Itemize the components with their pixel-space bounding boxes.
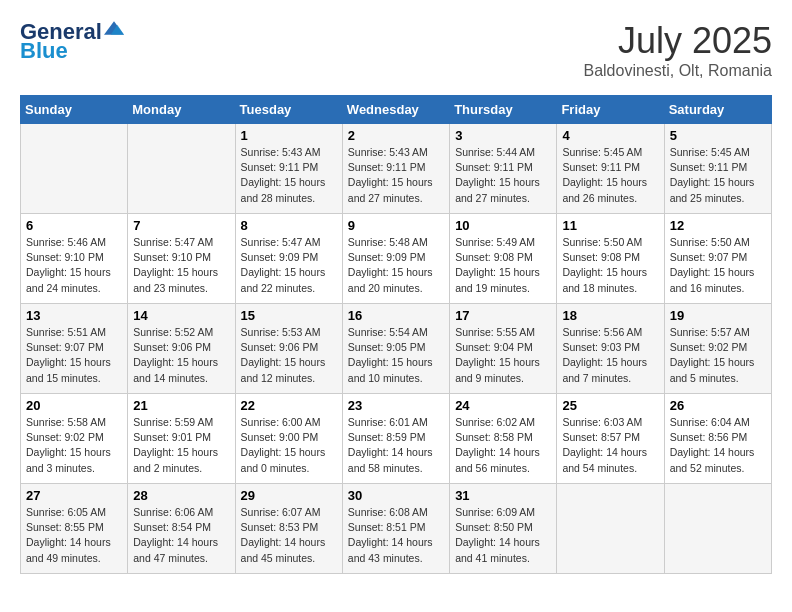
day-info: Sunrise: 5:44 AM Sunset: 9:11 PM Dayligh… (455, 145, 551, 206)
day-number: 8 (241, 218, 337, 233)
calendar-cell: 17Sunrise: 5:55 AM Sunset: 9:04 PM Dayli… (450, 304, 557, 394)
calendar-cell (21, 124, 128, 214)
calendar-cell: 2Sunrise: 5:43 AM Sunset: 9:11 PM Daylig… (342, 124, 449, 214)
day-info: Sunrise: 6:05 AM Sunset: 8:55 PM Dayligh… (26, 505, 122, 566)
day-info: Sunrise: 5:43 AM Sunset: 9:11 PM Dayligh… (241, 145, 337, 206)
month-year: July 2025 (583, 20, 772, 62)
day-number: 4 (562, 128, 658, 143)
calendar-cell (128, 124, 235, 214)
day-number: 14 (133, 308, 229, 323)
location: Baldovinesti, Olt, Romania (583, 62, 772, 80)
calendar-cell: 10Sunrise: 5:49 AM Sunset: 9:08 PM Dayli… (450, 214, 557, 304)
calendar-week-row: 27Sunrise: 6:05 AM Sunset: 8:55 PM Dayli… (21, 484, 772, 574)
calendar-week-row: 20Sunrise: 5:58 AM Sunset: 9:02 PM Dayli… (21, 394, 772, 484)
page-header: General Blue July 2025 Baldovinesti, Olt… (20, 20, 772, 80)
day-info: Sunrise: 5:43 AM Sunset: 9:11 PM Dayligh… (348, 145, 444, 206)
calendar-cell: 28Sunrise: 6:06 AM Sunset: 8:54 PM Dayli… (128, 484, 235, 574)
day-number: 12 (670, 218, 766, 233)
calendar-cell: 9Sunrise: 5:48 AM Sunset: 9:09 PM Daylig… (342, 214, 449, 304)
weekday-header: Tuesday (235, 96, 342, 124)
day-info: Sunrise: 5:51 AM Sunset: 9:07 PM Dayligh… (26, 325, 122, 386)
day-number: 7 (133, 218, 229, 233)
day-info: Sunrise: 6:03 AM Sunset: 8:57 PM Dayligh… (562, 415, 658, 476)
calendar-cell: 19Sunrise: 5:57 AM Sunset: 9:02 PM Dayli… (664, 304, 771, 394)
day-info: Sunrise: 5:56 AM Sunset: 9:03 PM Dayligh… (562, 325, 658, 386)
day-info: Sunrise: 5:59 AM Sunset: 9:01 PM Dayligh… (133, 415, 229, 476)
calendar-cell: 8Sunrise: 5:47 AM Sunset: 9:09 PM Daylig… (235, 214, 342, 304)
day-info: Sunrise: 6:06 AM Sunset: 8:54 PM Dayligh… (133, 505, 229, 566)
day-number: 24 (455, 398, 551, 413)
calendar-cell: 15Sunrise: 5:53 AM Sunset: 9:06 PM Dayli… (235, 304, 342, 394)
day-number: 25 (562, 398, 658, 413)
calendar-cell: 21Sunrise: 5:59 AM Sunset: 9:01 PM Dayli… (128, 394, 235, 484)
day-info: Sunrise: 6:00 AM Sunset: 9:00 PM Dayligh… (241, 415, 337, 476)
calendar-cell: 23Sunrise: 6:01 AM Sunset: 8:59 PM Dayli… (342, 394, 449, 484)
calendar-table: SundayMondayTuesdayWednesdayThursdayFrid… (20, 95, 772, 574)
day-info: Sunrise: 5:47 AM Sunset: 9:09 PM Dayligh… (241, 235, 337, 296)
calendar-cell: 1Sunrise: 5:43 AM Sunset: 9:11 PM Daylig… (235, 124, 342, 214)
day-info: Sunrise: 5:45 AM Sunset: 9:11 PM Dayligh… (670, 145, 766, 206)
day-info: Sunrise: 5:55 AM Sunset: 9:04 PM Dayligh… (455, 325, 551, 386)
calendar-cell: 31Sunrise: 6:09 AM Sunset: 8:50 PM Dayli… (450, 484, 557, 574)
title-block: July 2025 Baldovinesti, Olt, Romania (583, 20, 772, 80)
day-number: 31 (455, 488, 551, 503)
calendar-cell: 3Sunrise: 5:44 AM Sunset: 9:11 PM Daylig… (450, 124, 557, 214)
day-info: Sunrise: 5:47 AM Sunset: 9:10 PM Dayligh… (133, 235, 229, 296)
day-info: Sunrise: 5:58 AM Sunset: 9:02 PM Dayligh… (26, 415, 122, 476)
day-info: Sunrise: 6:09 AM Sunset: 8:50 PM Dayligh… (455, 505, 551, 566)
day-number: 18 (562, 308, 658, 323)
calendar-cell: 26Sunrise: 6:04 AM Sunset: 8:56 PM Dayli… (664, 394, 771, 484)
day-number: 29 (241, 488, 337, 503)
calendar-week-row: 6Sunrise: 5:46 AM Sunset: 9:10 PM Daylig… (21, 214, 772, 304)
day-number: 1 (241, 128, 337, 143)
calendar-week-row: 13Sunrise: 5:51 AM Sunset: 9:07 PM Dayli… (21, 304, 772, 394)
calendar-cell: 30Sunrise: 6:08 AM Sunset: 8:51 PM Dayli… (342, 484, 449, 574)
day-number: 2 (348, 128, 444, 143)
weekday-header: Sunday (21, 96, 128, 124)
weekday-header: Friday (557, 96, 664, 124)
calendar-week-row: 1Sunrise: 5:43 AM Sunset: 9:11 PM Daylig… (21, 124, 772, 214)
day-number: 21 (133, 398, 229, 413)
calendar-cell: 11Sunrise: 5:50 AM Sunset: 9:08 PM Dayli… (557, 214, 664, 304)
day-info: Sunrise: 5:50 AM Sunset: 9:08 PM Dayligh… (562, 235, 658, 296)
calendar-cell: 29Sunrise: 6:07 AM Sunset: 8:53 PM Dayli… (235, 484, 342, 574)
calendar-cell: 6Sunrise: 5:46 AM Sunset: 9:10 PM Daylig… (21, 214, 128, 304)
day-number: 27 (26, 488, 122, 503)
weekday-header: Wednesday (342, 96, 449, 124)
day-number: 10 (455, 218, 551, 233)
day-number: 30 (348, 488, 444, 503)
day-info: Sunrise: 5:57 AM Sunset: 9:02 PM Dayligh… (670, 325, 766, 386)
day-number: 20 (26, 398, 122, 413)
day-info: Sunrise: 5:52 AM Sunset: 9:06 PM Dayligh… (133, 325, 229, 386)
day-info: Sunrise: 5:53 AM Sunset: 9:06 PM Dayligh… (241, 325, 337, 386)
day-info: Sunrise: 5:50 AM Sunset: 9:07 PM Dayligh… (670, 235, 766, 296)
calendar-cell: 25Sunrise: 6:03 AM Sunset: 8:57 PM Dayli… (557, 394, 664, 484)
logo: General Blue (20, 20, 124, 64)
calendar-cell: 18Sunrise: 5:56 AM Sunset: 9:03 PM Dayli… (557, 304, 664, 394)
day-info: Sunrise: 6:08 AM Sunset: 8:51 PM Dayligh… (348, 505, 444, 566)
calendar-cell: 5Sunrise: 5:45 AM Sunset: 9:11 PM Daylig… (664, 124, 771, 214)
calendar-cell: 12Sunrise: 5:50 AM Sunset: 9:07 PM Dayli… (664, 214, 771, 304)
day-info: Sunrise: 5:49 AM Sunset: 9:08 PM Dayligh… (455, 235, 551, 296)
day-number: 19 (670, 308, 766, 323)
day-info: Sunrise: 6:04 AM Sunset: 8:56 PM Dayligh… (670, 415, 766, 476)
day-info: Sunrise: 5:48 AM Sunset: 9:09 PM Dayligh… (348, 235, 444, 296)
day-info: Sunrise: 6:01 AM Sunset: 8:59 PM Dayligh… (348, 415, 444, 476)
day-number: 3 (455, 128, 551, 143)
calendar-cell: 27Sunrise: 6:05 AM Sunset: 8:55 PM Dayli… (21, 484, 128, 574)
calendar-cell (557, 484, 664, 574)
day-info: Sunrise: 5:54 AM Sunset: 9:05 PM Dayligh… (348, 325, 444, 386)
logo-icon (104, 18, 124, 38)
day-info: Sunrise: 6:02 AM Sunset: 8:58 PM Dayligh… (455, 415, 551, 476)
day-number: 11 (562, 218, 658, 233)
day-number: 26 (670, 398, 766, 413)
day-number: 6 (26, 218, 122, 233)
day-info: Sunrise: 5:45 AM Sunset: 9:11 PM Dayligh… (562, 145, 658, 206)
weekday-header: Thursday (450, 96, 557, 124)
weekday-header-row: SundayMondayTuesdayWednesdayThursdayFrid… (21, 96, 772, 124)
day-info: Sunrise: 5:46 AM Sunset: 9:10 PM Dayligh… (26, 235, 122, 296)
day-number: 28 (133, 488, 229, 503)
calendar-cell: 16Sunrise: 5:54 AM Sunset: 9:05 PM Dayli… (342, 304, 449, 394)
calendar-cell: 14Sunrise: 5:52 AM Sunset: 9:06 PM Dayli… (128, 304, 235, 394)
calendar-cell: 4Sunrise: 5:45 AM Sunset: 9:11 PM Daylig… (557, 124, 664, 214)
